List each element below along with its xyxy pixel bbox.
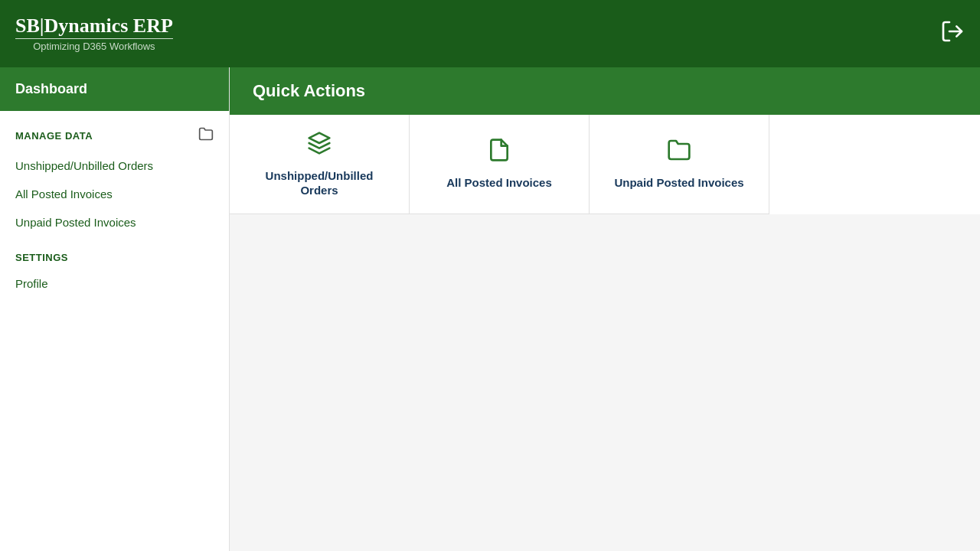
manage-data-label: MANAGE DATA xyxy=(15,130,93,142)
settings-section: SETTINGS xyxy=(0,236,229,269)
quick-actions-bar: Quick Actions xyxy=(230,67,980,115)
action-card-label-unshipped: Unshipped/Unbilled Orders xyxy=(245,168,394,198)
content-area: Quick Actions Unshipped/Unbilled Orders xyxy=(230,67,980,551)
header: SB|Dynamics ERP Optimizing D365 Workflow… xyxy=(0,0,980,67)
sidebar-item-unshipped-unbilled-orders[interactable]: Unshipped/Unbilled Orders xyxy=(0,152,229,180)
file-icon xyxy=(487,138,511,168)
sidebar-item-unpaid-posted-invoices[interactable]: Unpaid Posted Invoices xyxy=(0,208,229,236)
logo: SB|Dynamics ERP Optimizing D365 Workflow… xyxy=(15,15,173,53)
sidebar-item-all-posted-invoices[interactable]: All Posted Invoices xyxy=(0,180,229,208)
logo-subtitle: Optimizing D365 Workflows xyxy=(15,38,173,52)
folder-open-icon xyxy=(667,138,691,168)
quick-actions-title: Quick Actions xyxy=(253,81,365,100)
sidebar: Dashboard MANAGE DATA Unshipped/Unbilled… xyxy=(0,67,230,551)
sidebar-dashboard[interactable]: Dashboard xyxy=(0,67,229,111)
action-cards-area: Unshipped/Unbilled Orders All Posted Inv… xyxy=(230,115,980,214)
sidebar-item-profile[interactable]: Profile xyxy=(0,269,229,298)
main-layout: Dashboard MANAGE DATA Unshipped/Unbilled… xyxy=(0,67,980,551)
folder-icon xyxy=(198,126,214,145)
settings-label: SETTINGS xyxy=(15,252,68,263)
action-card-all-posted-invoices[interactable]: All Posted Invoices xyxy=(410,115,590,214)
dashboard-label: Dashboard xyxy=(15,81,87,96)
signout-icon xyxy=(940,19,965,44)
logout-button[interactable] xyxy=(940,19,965,49)
manage-data-section: MANAGE DATA xyxy=(0,111,229,152)
action-card-label-all-invoices: All Posted Invoices xyxy=(446,175,552,191)
layers-icon xyxy=(307,131,332,161)
action-card-unpaid-posted-invoices[interactable]: Unpaid Posted Invoices xyxy=(590,115,769,214)
action-card-unshipped-unbilled-orders[interactable]: Unshipped/Unbilled Orders xyxy=(230,115,410,214)
svg-marker-1 xyxy=(309,132,330,142)
action-card-label-unpaid-invoices: Unpaid Posted Invoices xyxy=(614,175,743,191)
logo-title: SB|Dynamics ERP xyxy=(15,15,173,37)
